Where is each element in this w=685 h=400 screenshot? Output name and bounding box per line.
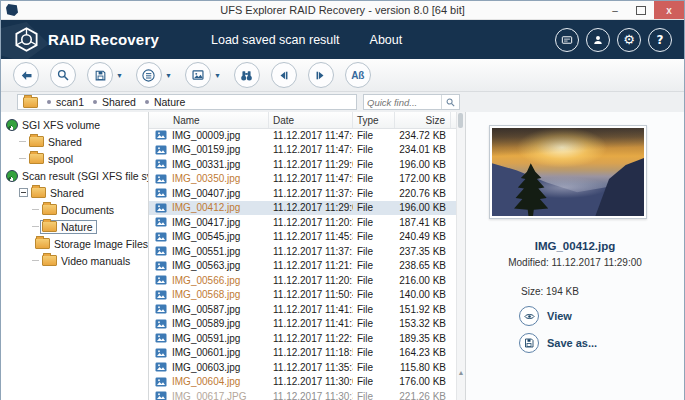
file-name: IMG_00412.jpg xyxy=(172,202,240,213)
scrollbar-thumb[interactable] xyxy=(458,113,463,128)
file-type: File xyxy=(353,347,395,358)
file-row-img-00159-jpg[interactable]: IMG_00159.jpg11.12.2017 11:47:49File234.… xyxy=(149,143,457,158)
file-row-img-00551-jpg[interactable]: IMG_00551.jpg11.12.2017 11:37:12File237.… xyxy=(149,244,457,259)
quick-find-input[interactable] xyxy=(364,97,441,108)
view-button[interactable]: View xyxy=(519,306,572,326)
tree-item-shared[interactable]: Shared xyxy=(1,133,148,150)
volume-icon xyxy=(6,119,18,131)
save-as-label: Save as... xyxy=(547,337,597,349)
image-file-icon xyxy=(155,246,167,256)
account-button[interactable] xyxy=(586,28,610,52)
save-as-button[interactable]: Save as... xyxy=(519,333,597,353)
path-row: scan1 Shared Nature xyxy=(1,92,684,112)
file-row-img-00601-jpg[interactable]: IMG_00601.jpg11.12.2017 11:18:53File164.… xyxy=(149,346,457,361)
image-file-icon xyxy=(155,174,167,184)
file-row-img-00589-jpg[interactable]: IMG_00589.jpg11.12.2017 11:41:30File153.… xyxy=(149,317,457,332)
save-icon xyxy=(519,333,539,353)
file-type: File xyxy=(353,376,395,387)
search-button[interactable] xyxy=(50,62,76,88)
settings-button[interactable]: ⚙ xyxy=(617,28,641,52)
file-date: 11.12.2017 11:22:14 xyxy=(269,333,353,344)
file-row-img-00331-jpg[interactable]: IMG_00331.jpg11.12.2017 11:29:00File196.… xyxy=(149,157,457,172)
file-name: IMG_00589.jpg xyxy=(172,318,240,329)
file-row-img-00603-jpg[interactable]: IMG_00603.jpg11.12.2017 11:35:37File115.… xyxy=(149,360,457,375)
breadcrumb-shared[interactable]: Shared xyxy=(102,96,136,108)
breadcrumb-nature[interactable]: Nature xyxy=(154,96,186,108)
file-list-scrollbar[interactable]: ▲ xyxy=(456,112,465,400)
file-size: 221.26 KB xyxy=(395,391,451,400)
sunset-mountain-image xyxy=(492,128,644,216)
file-size: 237.35 KB xyxy=(395,246,451,257)
file-date: 11.12.2017 11:35:37 xyxy=(269,362,353,373)
prev-fragment-button[interactable] xyxy=(271,62,297,88)
menu-load-saved-scan-result[interactable]: Load saved scan result xyxy=(211,33,340,47)
breadcrumb-scan1[interactable]: scan1 xyxy=(56,96,84,108)
file-date: 11.12.2017 11:47:57 xyxy=(269,173,353,184)
file-type: File xyxy=(353,260,395,271)
tree-item-label: Documents xyxy=(61,204,114,216)
file-row-img-00604-jpg[interactable]: IMG_00604.jpg11.12.2017 11:30:05File176.… xyxy=(149,375,457,390)
back-button[interactable] xyxy=(13,62,39,88)
next-fragment-button[interactable] xyxy=(308,62,334,88)
tree-item-storage-image-files[interactable]: Storage Image Files xyxy=(1,235,148,252)
file-type: File xyxy=(353,202,395,213)
save-button[interactable] xyxy=(87,62,113,88)
list-options-dropdown-caret[interactable]: ▼ xyxy=(165,72,172,79)
collapse-expander-icon[interactable] xyxy=(19,188,28,197)
list-options-icon xyxy=(141,68,156,83)
file-list-header: Name Date Type Size xyxy=(149,112,465,129)
tree-item-video-manuals[interactable]: Video manuals xyxy=(1,252,148,269)
save-dropdown-caret[interactable]: ▼ xyxy=(116,72,123,79)
brand: RAID Recovery xyxy=(13,26,159,53)
folder-icon xyxy=(31,187,46,198)
eye-icon xyxy=(519,306,539,326)
menu-about[interactable]: About xyxy=(370,33,403,47)
tree-item-scan-result-sgi-xfs-file-system-3-72-gb[interactable]: Scan result (SGI XFS file system; 3.72 G… xyxy=(1,167,148,184)
encoding-icon: Aß xyxy=(351,70,364,81)
tree-item-documents[interactable]: Documents xyxy=(1,201,148,218)
file-type: File xyxy=(353,231,395,242)
file-row-img-00009-jpg[interactable]: IMG_00009.jpg11.12.2017 11:47:44File234.… xyxy=(149,128,457,143)
image-export-dropdown-caret[interactable]: ▼ xyxy=(214,72,221,79)
tree-item-spool[interactable]: spool xyxy=(1,150,148,167)
file-name: IMG_00568.jpg xyxy=(172,289,240,300)
file-row-img-00617-jpg[interactable]: IMG_00617.JPG11.12.2017 11:30:35File221.… xyxy=(149,389,457,400)
folder-icon xyxy=(35,238,50,249)
file-row-img-00563-jpg[interactable]: IMG_00563.jpg11.12.2017 11:21:10File238.… xyxy=(149,259,457,274)
find-binoculars-button[interactable] xyxy=(234,62,260,88)
gear-icon: ⚙ xyxy=(623,33,635,46)
brand-name: RAID Recovery xyxy=(48,31,159,48)
file-row-img-00417-jpg[interactable]: IMG_00417.jpg11.12.2017 11:20:34File187.… xyxy=(149,215,457,230)
file-row-img-00407-jpg[interactable]: IMG_00407.jpg11.12.2017 11:37:43File220.… xyxy=(149,186,457,201)
image-file-icon xyxy=(155,130,167,140)
file-row-img-00568-jpg[interactable]: IMG_00568.jpg11.12.2017 11:50:44File140.… xyxy=(149,288,457,303)
file-type: File xyxy=(353,144,395,155)
preview-thumbnail[interactable] xyxy=(489,125,647,219)
quick-find-search-button[interactable] xyxy=(441,95,459,109)
tree-branch-line xyxy=(19,158,26,159)
file-row-img-00350-jpg[interactable]: IMG_00350.jpg11.12.2017 11:47:57File172.… xyxy=(149,172,457,187)
column-header-name[interactable]: Name xyxy=(149,112,269,128)
column-header-date[interactable]: Date xyxy=(269,112,353,128)
column-header-size[interactable]: Size xyxy=(395,112,451,128)
image-file-icon xyxy=(155,304,167,314)
help-button[interactable]: ? xyxy=(648,28,672,52)
tree-item-shared[interactable]: Shared xyxy=(1,184,148,201)
license-button[interactable] xyxy=(555,28,579,52)
file-row-img-00591-jpg[interactable]: IMG_00591.jpg11.12.2017 11:22:14File189.… xyxy=(149,331,457,346)
list-options-button[interactable] xyxy=(136,62,162,88)
file-row-img-00587-jpg[interactable]: IMG_00587.jpg11.12.2017 11:41:26File151.… xyxy=(149,302,457,317)
file-size: 189.35 KB xyxy=(395,333,451,344)
file-row-img-00566-jpg[interactable]: IMG_00566.jpg11.12.2017 11:20:14File216.… xyxy=(149,273,457,288)
column-header-type[interactable]: Type xyxy=(353,112,395,128)
file-row-img-00412-jpg[interactable]: IMG_00412.jpg11.12.2017 11:29:00File196.… xyxy=(149,201,457,216)
image-file-icon xyxy=(155,377,167,387)
tree-item-nature[interactable]: Nature xyxy=(1,218,148,235)
file-date: 11.12.2017 11:41:30 xyxy=(269,318,353,329)
image-export-button[interactable] xyxy=(185,62,211,88)
file-name: IMG_00591.jpg xyxy=(172,333,240,344)
file-size: 164.23 KB xyxy=(395,347,451,358)
tree-item-sgi-xfs-volume[interactable]: SGI XFS volume xyxy=(1,116,148,133)
file-row-img-00545-jpg[interactable]: IMG_00545.jpg11.12.2017 11:45:36File240.… xyxy=(149,230,457,245)
encoding-button[interactable]: Aß xyxy=(345,62,371,88)
